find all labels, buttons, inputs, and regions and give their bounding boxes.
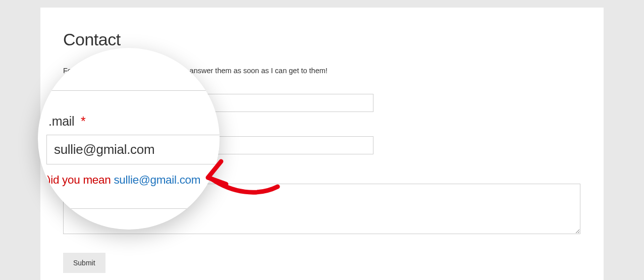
email-input-zoom[interactable]: sullie@gmial.com xyxy=(46,135,220,164)
email-suggestion-prefix: )id you mean xyxy=(47,174,111,186)
intro-right: answer them as soon as I can get to them… xyxy=(190,67,328,75)
submit-button[interactable]: Submit xyxy=(63,253,105,273)
email-label-text: .mail xyxy=(48,114,74,128)
email-suggestion-link[interactable]: sullie@gmail.com xyxy=(114,174,200,186)
email-input-value: sullie@gmial.com xyxy=(54,142,154,157)
fragment-above-line xyxy=(38,90,217,91)
zoom-lens: .mail * sullie@gmial.com )id you mean su… xyxy=(38,48,220,230)
page-title: Contact xyxy=(63,30,581,49)
required-asterisk: * xyxy=(81,114,85,128)
zoom-lens-inner: .mail * sullie@gmial.com )id you mean su… xyxy=(38,48,220,230)
fragment-below-line xyxy=(58,208,194,209)
email-suggestion: )id you mean sullie@gmail.com xyxy=(47,174,200,187)
email-label-fragment: .mail * xyxy=(48,114,85,129)
